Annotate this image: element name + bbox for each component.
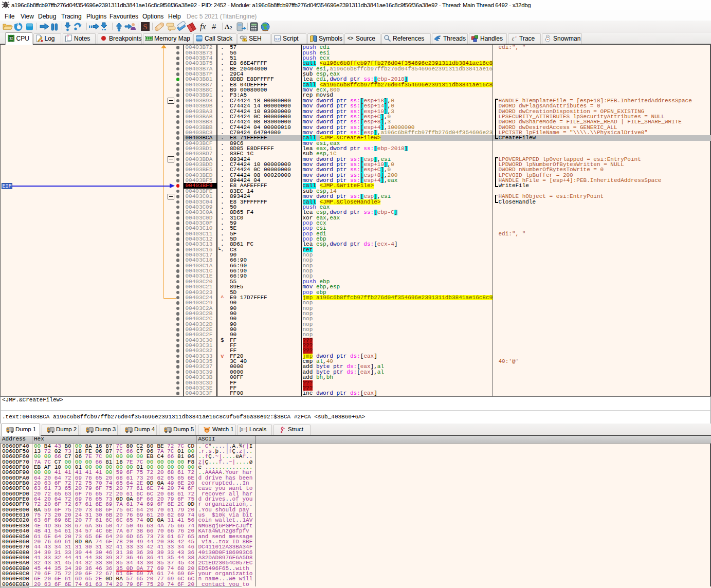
svg-text:S: S [143,23,147,31]
svg-text:<>: <> [348,35,354,41]
svg-text:32: 32 [9,36,13,40]
svg-text:fx: fx [200,22,206,31]
svg-text:ε: ε [512,35,515,42]
svg-text:A: A [225,23,230,30]
svg-text:!: ! [244,39,245,42]
svg-text:²: ² [516,35,517,39]
svg-text:<>: <> [275,36,280,41]
svg-text:2: 2 [230,25,232,30]
svg-text:#: # [212,22,216,31]
